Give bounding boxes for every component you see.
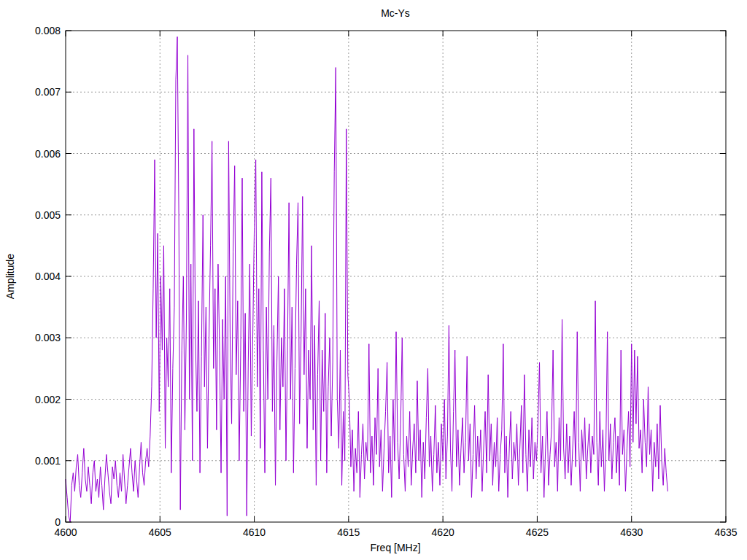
y-tick-label: 0.006	[35, 148, 61, 160]
x-tick-label: 4620	[432, 526, 454, 538]
y-tick-label: 0.005	[35, 209, 61, 221]
x-tick-label: 4630	[620, 526, 643, 538]
y-tick-label: 0.003	[35, 332, 61, 343]
x-tick-label: 4610	[243, 526, 266, 538]
spectrum-line	[66, 36, 667, 522]
x-tick-label: 4625	[526, 526, 549, 538]
y-tick-label: 0.007	[35, 86, 61, 98]
x-tick-label: 4600	[54, 526, 77, 538]
y-tick-label: 0.008	[35, 25, 61, 36]
y-tick-label: 0.002	[35, 394, 61, 405]
y-tick-label: 0	[55, 516, 61, 528]
x-tick-label: 4615	[337, 526, 360, 538]
y-tick-label: 0.001	[35, 455, 61, 467]
x-axis-label: Freq [MHz]	[370, 542, 420, 553]
chart-figure: Mc-Ys Amplitude 460046054610461546204625…	[0, 0, 747, 560]
x-tick-label: 4635	[714, 526, 737, 538]
plot-area: 4600460546104615462046254630463500.0010.…	[0, 0, 747, 560]
y-tick-label: 0.004	[35, 271, 61, 282]
x-tick-label: 4605	[149, 526, 171, 538]
